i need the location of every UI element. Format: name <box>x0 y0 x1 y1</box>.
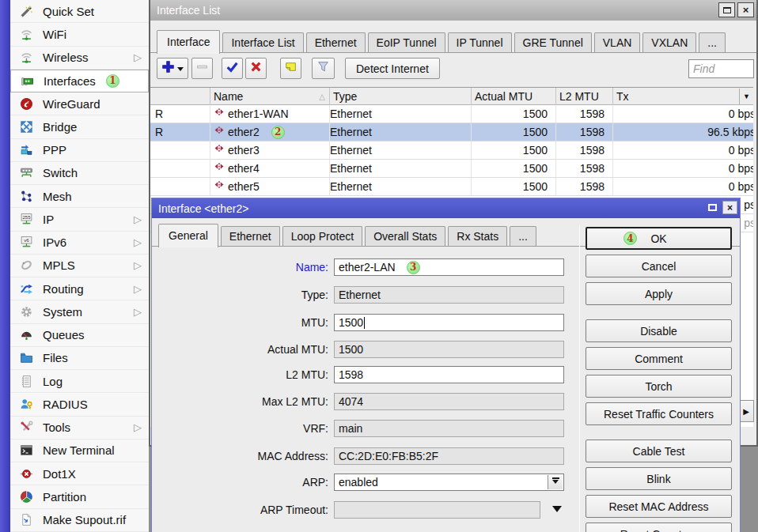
close-button[interactable]: × <box>737 2 754 17</box>
ok-button[interactable]: 4OK <box>586 227 732 250</box>
dialog-tab-general[interactable]: General <box>158 224 218 247</box>
dialog-tab-ethernet[interactable]: Ethernet <box>221 226 280 247</box>
cancel-button[interactable]: Cancel <box>586 255 732 277</box>
tab-interface[interactable]: Interface <box>157 30 220 54</box>
sidebar-item-switch[interactable]: Switch <box>10 162 149 185</box>
tab-ethernet[interactable]: Ethernet <box>306 32 366 53</box>
sidebar-item-wifi[interactable]: WiFi <box>10 23 149 46</box>
tab-more[interactable]: ... <box>699 32 726 53</box>
cell-type: Ethernet <box>330 105 472 123</box>
window-titlebar[interactable]: Interface List <box>150 0 756 21</box>
sidebar-item-ipv6[interactable]: v6IPv6▷ <box>10 232 149 255</box>
reset-traffic-counters-button[interactable]: Reset Traffic Counters <box>586 402 732 425</box>
reset-mac-address-button[interactable]: Reset MAC Address <box>586 495 732 518</box>
dialog-tab-rx-stats[interactable]: Rx Stats <box>448 226 507 247</box>
field-mtu[interactable]: 1500 <box>334 314 564 331</box>
enable-button[interactable] <box>222 58 243 79</box>
interface-name: ether4 <box>228 160 260 177</box>
sidebar-item-ip[interactable]: 255IP▷ <box>10 208 149 231</box>
cell-name: ether22 <box>210 123 330 141</box>
table-row-ether5[interactable]: ether5Ethernet150015980 bps <box>150 178 753 196</box>
sidebar-item-mesh[interactable]: Mesh <box>10 185 149 208</box>
sidebar-item-interfaces[interactable]: Interfaces1 <box>10 70 149 92</box>
column-header-type[interactable]: Type <box>330 88 472 105</box>
hscroll-right-button[interactable]: ▶ <box>738 400 754 422</box>
field-label: MAC Address: <box>152 447 328 465</box>
column-header-flags[interactable] <box>150 88 210 105</box>
filter-button[interactable] <box>312 58 335 79</box>
field-row-arp-timeout: ARP Timeout: <box>152 501 564 519</box>
dialog-tab-more[interactable]: ... <box>510 226 536 247</box>
sidebar-item-radius[interactable]: RADIUS <box>10 393 149 416</box>
dialog-titlebar[interactable]: Interface <ether2> <box>152 198 740 218</box>
column-header-l2-mtu[interactable]: L2 MTU <box>556 88 613 105</box>
disable-button[interactable] <box>245 58 267 79</box>
comment-button[interactable] <box>280 58 301 79</box>
step-badge: 2 <box>271 126 285 139</box>
sidebar-item-ppp[interactable]: PPP <box>10 139 149 162</box>
maximize-icon <box>708 204 717 211</box>
sidebar-item-new-terminal[interactable]: New Terminal <box>10 440 149 462</box>
maximize-button[interactable] <box>718 2 735 17</box>
field-label: ARP: <box>152 474 328 491</box>
dialog-maximize-button[interactable] <box>705 201 720 214</box>
sidebar-item-queues[interactable]: Queues <box>10 324 149 347</box>
sidebar-item-bridge[interactable]: Bridge <box>10 115 149 138</box>
dropdown-button[interactable] <box>548 475 563 489</box>
torch-button[interactable]: Torch <box>586 375 732 398</box>
table-row-ether1-wan[interactable]: Rether1-WANEthernet150015980 bps <box>150 105 753 123</box>
sidebar-item-system[interactable]: System▷ <box>10 300 149 323</box>
blink-button[interactable]: Blink <box>586 467 732 490</box>
tab-vxlan[interactable]: VXLAN <box>642 32 696 53</box>
sidebar-item-tools[interactable]: Tools▷ <box>10 417 149 440</box>
sidebar-item-dot1x[interactable]: Dot1X <box>10 462 149 485</box>
window-controls: × <box>718 2 754 17</box>
disable-button[interactable]: Disable <box>586 319 732 342</box>
button-label: Cable Test <box>633 445 685 458</box>
dialog-tab-loop-protect[interactable]: Loop Protect <box>282 226 362 247</box>
sidebar-item-wireless[interactable]: Wireless▷ <box>10 47 149 70</box>
field-label: Actual MTU: <box>152 341 328 358</box>
column-header-tx[interactable]: Tx <box>613 88 753 105</box>
dropdown-arrow-icon[interactable] <box>552 506 562 517</box>
table-row-ether4[interactable]: ether4Ethernet150015980 bps <box>150 160 753 178</box>
tab-vlan[interactable]: VLAN <box>594 32 641 53</box>
sidebar-item-quick-set[interactable]: Quick Set <box>10 0 149 23</box>
table-row-ether3[interactable]: ether3Ethernet150015980 bps <box>150 141 753 160</box>
step-badge: 3 <box>407 261 420 274</box>
field-row-l2-mtu: L2 MTU:1598 <box>152 366 564 383</box>
remove-button[interactable] <box>191 58 213 79</box>
sidebar-item-label: Partition <box>43 490 86 504</box>
detect-internet-button[interactable]: Detect Internet <box>345 58 440 79</box>
sidebar-item-log[interactable]: Log <box>10 370 149 393</box>
field-arp[interactable]: enabled <box>334 474 564 491</box>
tab-interface-list[interactable]: Interface List <box>222 32 303 53</box>
tab-ip-tunnel[interactable]: IP Tunnel <box>448 32 512 53</box>
sidebar-item-partition[interactable]: Partition <box>10 485 149 508</box>
cable-test-button[interactable]: Cable Test <box>586 440 732 462</box>
apply-button[interactable]: Apply <box>586 282 732 305</box>
sidebar-item-files[interactable]: Files <box>10 347 149 370</box>
find-input[interactable] <box>688 59 754 78</box>
field-l2-mtu[interactable]: 1598 <box>334 366 564 383</box>
tab-gre-tunnel[interactable]: GRE Tunnel <box>514 32 592 53</box>
tab-eoip-tunnel[interactable]: EoIP Tunnel <box>368 32 445 53</box>
cell-l2_mtu: 1598 <box>556 160 613 177</box>
sidebar-item-wireguard[interactable]: WireGuard <box>10 92 149 115</box>
dialog-tab-overall-stats[interactable]: Overall Stats <box>365 226 445 247</box>
field-value: 1500 <box>339 316 363 329</box>
field-name[interactable]: ether2-LAN3 <box>334 258 564 276</box>
reset-counters-button[interactable]: Reset Counters <box>586 523 732 532</box>
add-button[interactable] <box>157 58 188 79</box>
sidebar-item-make-supout-rif[interactable]: Make Supout.rif <box>10 509 149 532</box>
column-header-name[interactable]: Name△ <box>210 88 330 105</box>
table-row-ether2[interactable]: Rether22Ethernet1500159896.5 kbps <box>150 123 753 141</box>
column-header-actual-mtu[interactable]: Actual MTU <box>472 88 556 105</box>
dialog-close-button[interactable]: × <box>722 201 737 214</box>
sidebar-item-routing[interactable]: Routing▷ <box>10 277 149 300</box>
column-select-button[interactable]: ▼ <box>739 89 753 104</box>
cell-l2_mtu: 1598 <box>556 123 613 141</box>
wand-icon <box>16 5 36 18</box>
sidebar-item-mpls[interactable]: MPLS▷ <box>10 255 149 277</box>
comment-button[interactable]: Comment <box>586 347 732 370</box>
